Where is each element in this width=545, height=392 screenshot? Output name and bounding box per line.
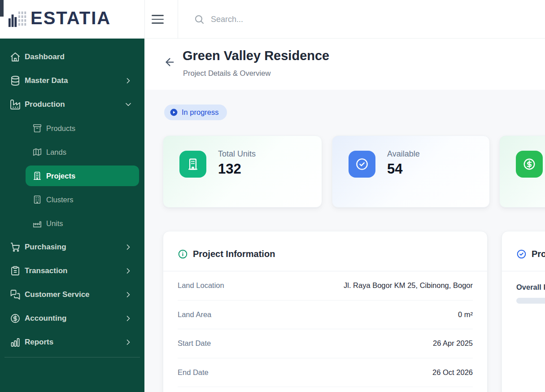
hamburger-icon[interactable] — [152, 9, 171, 29]
stat-card-sold — [499, 135, 545, 208]
sidebar-item-label: Lands — [46, 148, 66, 157]
home-icon — [10, 52, 21, 62]
skyline-bars-icon — [8, 8, 28, 28]
sidebar-item-projects[interactable]: Projects — [26, 166, 139, 186]
search-icon — [194, 14, 205, 25]
top-bar: ESTATIA — [0, 0, 545, 39]
stat-value: 54 — [387, 161, 420, 177]
sidebar-divider — [4, 357, 140, 357]
info-label: Land Location — [178, 281, 224, 290]
sidebar-item-label: Accounting — [25, 314, 124, 323]
info-row-land-location: Land Location Jl. Raya Bogor KM 25, Cibi… — [178, 271, 473, 301]
sidebar-item-products[interactable]: Products — [26, 118, 139, 139]
sidebar-item-label: Customer Service — [25, 290, 124, 299]
chevron-right-icon — [124, 314, 133, 323]
sidebar: Dashboard Master Data Production — [0, 39, 144, 392]
factory-icon — [10, 99, 21, 110]
sidebar-item-customer-service[interactable]: Customer Service — [7, 284, 137, 305]
sidebar-item-master-data[interactable]: Master Data — [7, 70, 137, 91]
page-subtitle: Project Details & Overview — [183, 69, 270, 78]
info-label: Start Date — [178, 339, 211, 348]
info-value: 0 m² — [458, 310, 473, 319]
sidebar-item-label: Master Data — [25, 76, 124, 85]
panel-title: Project Information — [193, 249, 275, 259]
clipboard-icon — [10, 266, 21, 276]
sidebar-item-label: Products — [46, 124, 75, 133]
database-icon — [10, 75, 21, 86]
status-badge-label: In progress — [182, 108, 219, 117]
logo-wordmark: ESTATIA — [31, 9, 111, 27]
check-circle-icon — [349, 151, 375, 178]
sidebar-item-dashboard[interactable]: Dashboard — [7, 47, 137, 67]
play-circle-icon — [170, 108, 178, 117]
topbar-divider-2 — [178, 0, 178, 39]
arrow-left-icon[interactable] — [161, 53, 179, 71]
badge-check-icon — [516, 249, 527, 259]
sidebar-item-purchasing[interactable]: Purchasing — [7, 237, 137, 257]
info-circle-icon — [178, 249, 188, 259]
chat-bubbles-icon — [10, 289, 21, 300]
project-information-panel: Project Information Land Location Jl. Ra… — [163, 231, 488, 392]
main-content: Green Valley Residence Project Details &… — [144, 39, 545, 392]
info-label: Land Area — [178, 310, 211, 319]
office-building-icon — [32, 171, 42, 181]
progress-body: Overall Progress — [502, 271, 545, 304]
sidebar-item-label: Transaction — [25, 266, 124, 275]
dollar-circle-icon — [10, 313, 21, 324]
factory-small-icon — [32, 218, 42, 228]
info-row-start-date: Start Date 26 Apr 2025 — [178, 329, 473, 358]
sidebar-item-clusters[interactable]: Clusters — [26, 189, 139, 210]
sidebar-item-units[interactable]: Units — [26, 213, 139, 234]
sidebar-item-label: Production — [25, 100, 124, 109]
stat-label: Total Units — [218, 149, 256, 159]
chevron-down-icon — [124, 100, 133, 109]
info-value: 26 Apr 2025 — [433, 339, 473, 348]
chevron-right-icon — [124, 266, 133, 275]
map-icon — [32, 147, 42, 157]
global-search — [194, 9, 508, 29]
info-rows: Land Location Jl. Raya Bogor KM 25, Cibi… — [163, 271, 487, 387]
progress-panel: Progress Overall Progress — [501, 231, 545, 392]
info-value: Jl. Raya Bogor KM 25, Cibinong, Bogor — [344, 281, 473, 290]
building-icon — [179, 151, 206, 178]
info-label: End Date — [178, 368, 209, 377]
stat-card-available: Available 54 — [332, 135, 490, 208]
status-badge: In progress — [164, 105, 227, 120]
sidebar-item-transaction[interactable]: Transaction — [7, 261, 137, 281]
info-row-end-date: End Date 26 Oct 2026 — [178, 358, 473, 388]
sidebar-item-label: Reports — [25, 338, 124, 347]
info-value: 26 Oct 2026 — [432, 368, 473, 377]
app-logo[interactable]: ESTATIA — [8, 8, 111, 28]
stat-value: 132 — [218, 161, 256, 177]
sidebar-item-production[interactable]: Production — [7, 94, 137, 115]
page-header: Green Valley Residence Project Details &… — [144, 39, 545, 90]
topbar-divider-1 — [144, 0, 145, 39]
building-icon — [32, 195, 42, 205]
sidebar-item-reports[interactable]: Reports — [7, 332, 137, 353]
chevron-right-icon — [124, 76, 133, 85]
chevron-right-icon — [124, 243, 133, 252]
sidebar-item-label: Clusters — [46, 196, 74, 204]
stat-card-total-units: Total Units 132 — [163, 135, 322, 208]
info-row-land-area: Land Area 0 m² — [178, 301, 473, 330]
window-edge-fragment — [0, 0, 4, 17]
overall-progress-label: Overall Progress — [516, 283, 545, 292]
app-window: ESTATIA Dashboard — [0, 0, 545, 392]
panel-header: Project Information — [163, 231, 487, 271]
sidebar-item-lands[interactable]: Lands — [26, 142, 139, 162]
sidebar-item-accounting[interactable]: Accounting — [7, 308, 137, 329]
search-input[interactable] — [211, 9, 480, 29]
stat-label: Available — [387, 149, 420, 159]
chevron-right-icon — [124, 290, 133, 299]
dollar-sign-circle-icon — [516, 151, 543, 178]
panel-title: Progress — [532, 249, 545, 259]
bar-chart-icon — [10, 337, 21, 348]
page-title: Green Valley Residence — [183, 48, 329, 63]
archive-box-icon — [32, 123, 42, 133]
panel-header: Progress — [502, 231, 545, 271]
sidebar-item-label: Purchasing — [25, 243, 124, 252]
shopping-cart-icon — [10, 242, 21, 253]
chevron-right-icon — [124, 338, 133, 347]
overall-progress-bar — [516, 298, 545, 304]
sidebar-item-label: Dashboard — [25, 52, 133, 61]
